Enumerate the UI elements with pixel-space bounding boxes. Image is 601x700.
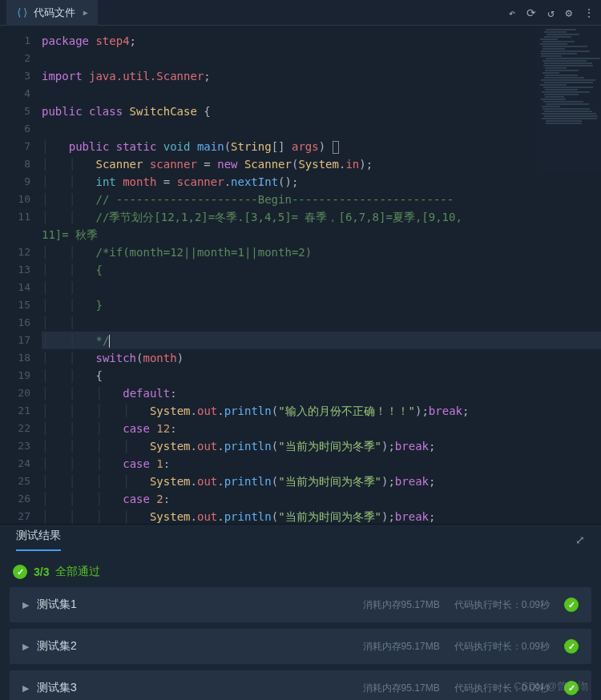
test-row[interactable]: ▶测试集3消耗内存95.17MB代码执行时长：0.09秒✓	[10, 670, 591, 700]
results-header: 测试结果 ⤢	[0, 525, 601, 557]
chevron-right-icon: ▶	[22, 642, 29, 652]
test-list: ▶测试集1消耗内存95.17MB代码执行时长：0.09秒✓▶测试集2消耗内存95…	[0, 587, 601, 700]
top-bar: ⟨⟩ 代码文件 ▶ ↶ ⟳ ↺ ⚙ ⋮	[0, 0, 601, 26]
results-summary: ✓ 3/3 全部通过	[0, 557, 601, 587]
expand-icon[interactable]: ⤢	[575, 533, 585, 546]
results-tab[interactable]: 测试结果	[16, 529, 61, 551]
code-area[interactable]: package step4;import java.util.Scanner;p…	[42, 26, 601, 524]
more-icon[interactable]: ⋮	[583, 6, 595, 19]
test-name: 测试集3	[37, 681, 77, 695]
history-icon[interactable]: ↺	[547, 6, 554, 19]
gear-icon[interactable]: ⚙	[566, 6, 572, 19]
test-time: 代码执行时长：0.09秒	[454, 598, 550, 612]
test-name: 测试集2	[37, 639, 77, 654]
tab-label: 代码文件	[34, 6, 75, 20]
test-name: 测试集1	[37, 597, 77, 612]
test-row[interactable]: ▶测试集2消耗内存95.17MB代码执行时长：0.09秒✓	[10, 629, 591, 664]
check-icon: ✓	[564, 639, 579, 654]
code-editor[interactable]: 1234567891011121314151617181920212223242…	[0, 26, 601, 524]
undo-icon[interactable]: ↶	[509, 6, 515, 19]
chevron-right-icon: ▶	[22, 600, 29, 610]
results-panel: 测试结果 ⤢ ✓ 3/3 全部通过 ▶测试集1消耗内存95.17MB代码执行时长…	[0, 524, 601, 700]
test-time: 代码执行时长：0.09秒	[454, 640, 550, 654]
line-gutter: 1234567891011121314151617181920212223242…	[0, 26, 42, 524]
test-memory: 消耗内存95.17MB	[363, 598, 440, 612]
watermark: CSDN @曾侯沕	[514, 679, 588, 694]
file-tab[interactable]: ⟨⟩ 代码文件 ▶	[6, 0, 98, 26]
chevron-right-icon: ▶	[22, 683, 29, 694]
test-row[interactable]: ▶测试集1消耗内存95.17MB代码执行时长：0.09秒✓	[10, 587, 591, 622]
test-memory: 消耗内存95.17MB	[363, 682, 440, 695]
minimap[interactable]	[537, 26, 601, 170]
check-icon: ✓	[564, 597, 579, 612]
refresh-icon[interactable]: ⟳	[526, 6, 536, 19]
toolbar-actions: ↶ ⟳ ↺ ⚙ ⋮	[509, 6, 595, 19]
chevron-right-icon: ▶	[83, 8, 88, 17]
code-icon: ⟨⟩	[16, 6, 29, 18]
pass-text: 全部通过	[55, 565, 100, 579]
test-memory: 消耗内存95.17MB	[363, 640, 440, 654]
pass-count: 3/3	[34, 565, 49, 578]
check-icon: ✓	[13, 565, 27, 579]
